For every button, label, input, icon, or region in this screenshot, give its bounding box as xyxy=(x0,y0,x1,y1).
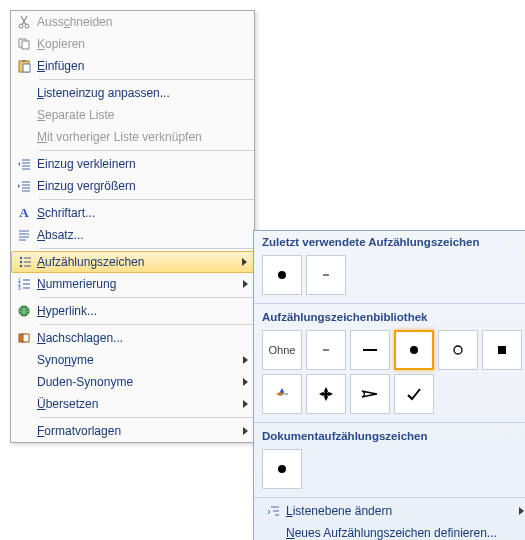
svg-rect-15 xyxy=(23,334,29,342)
paragraph-icon xyxy=(11,224,37,246)
menu-label: Formatvorlagen xyxy=(37,424,239,438)
menu-hyperlink[interactable]: Hyperlink... xyxy=(11,300,254,322)
blank-icon xyxy=(11,420,37,442)
menu-label: Einzug verkleinern xyxy=(37,157,248,171)
menu-label: Ausschneiden xyxy=(37,15,248,29)
menu-bullets[interactable]: Aufzählungszeichen xyxy=(11,251,254,273)
menu-paste[interactable]: Einfügen xyxy=(11,55,254,77)
submenu-arrow-icon xyxy=(243,356,248,364)
svg-point-21 xyxy=(454,346,462,354)
svg-rect-3 xyxy=(22,41,29,49)
svg-point-9 xyxy=(19,265,21,267)
menu-adjust-indent[interactable]: Listeneinzug anpassen... xyxy=(11,82,254,104)
menu-label: Übersetzen xyxy=(37,397,239,411)
menu-separator xyxy=(39,150,254,151)
submenu-separator xyxy=(254,303,525,304)
svg-point-16 xyxy=(278,271,286,279)
menu-label: Einfügen xyxy=(37,59,248,73)
submenu-arrow-icon xyxy=(519,507,524,515)
menu-label: Listenebene ändern xyxy=(286,504,519,518)
svg-point-1 xyxy=(25,24,29,28)
svg-point-20 xyxy=(410,346,418,354)
submenu-arrow-icon xyxy=(242,258,247,266)
svg-rect-18 xyxy=(323,350,329,351)
menu-label: Aufzählungszeichen xyxy=(37,255,238,269)
svg-point-7 xyxy=(19,257,21,259)
menu-label: Listeneinzug anpassen... xyxy=(37,86,248,100)
menu-copy[interactable]: Kopieren xyxy=(11,33,254,55)
svg-rect-6 xyxy=(23,64,30,72)
blank-icon xyxy=(11,82,37,104)
menu-increase-indent[interactable]: Einzug vergrößern xyxy=(11,175,254,197)
increase-indent-icon xyxy=(11,175,37,197)
menu-label: Neues Aufzählungszeichen definieren... xyxy=(286,526,524,540)
bullet-swatch-dash-long[interactable] xyxy=(350,330,390,370)
menu-label: Absatz... xyxy=(37,228,248,242)
menu-separator xyxy=(39,417,254,418)
change-list-level[interactable]: Listenebene ändern xyxy=(254,500,525,522)
svg-rect-17 xyxy=(323,275,329,276)
recent-bullets-row xyxy=(254,251,525,301)
copy-icon xyxy=(11,33,37,55)
menu-label: Synonyme xyxy=(37,353,239,367)
menu-cut[interactable]: Ausschneiden xyxy=(11,11,254,33)
bullet-swatch-4diamond[interactable] xyxy=(306,374,346,414)
bullet-swatch-check[interactable] xyxy=(394,374,434,414)
svg-text:3: 3 xyxy=(18,285,21,291)
font-icon: A xyxy=(11,202,37,224)
svg-rect-19 xyxy=(363,349,377,351)
blank-icon xyxy=(11,393,37,415)
bullets-icon xyxy=(12,251,37,273)
menu-duden[interactable]: Duden-Synonyme xyxy=(11,371,254,393)
menu-separator xyxy=(39,79,254,80)
context-menu: Ausschneiden Kopieren Einfügen Listenein… xyxy=(10,10,255,443)
menu-separator xyxy=(39,199,254,200)
menu-paragraph[interactable]: Absatz... xyxy=(11,224,254,246)
menu-label: Nummerierung xyxy=(37,277,239,291)
menu-font[interactable]: A Schriftart... xyxy=(11,202,254,224)
svg-point-23 xyxy=(278,465,286,473)
svg-rect-22 xyxy=(498,346,506,354)
menu-styles[interactable]: Formatvorlagen xyxy=(11,420,254,442)
library-header: Aufzählungszeichenbibliothek xyxy=(254,306,525,326)
define-new-bullet[interactable]: Neues Aufzählungszeichen definieren... xyxy=(254,522,525,540)
blank-icon xyxy=(11,349,37,371)
document-bullets-header: Dokumentaufzählungszeichen xyxy=(254,425,525,445)
menu-lookup[interactable]: Nachschlagen... xyxy=(11,327,254,349)
bullet-swatch-square[interactable] xyxy=(482,330,522,370)
menu-link-prev[interactable]: Mit vorheriger Liste verknüpfen xyxy=(11,126,254,148)
submenu-arrow-icon xyxy=(243,400,248,408)
bullet-swatch-dash[interactable] xyxy=(306,255,346,295)
document-bullets-row xyxy=(254,445,525,495)
svg-rect-5 xyxy=(22,60,26,62)
svg-point-0 xyxy=(19,24,23,28)
submenu-arrow-icon xyxy=(243,280,248,288)
bullet-swatch-dash-small[interactable] xyxy=(306,330,346,370)
menu-label: Separate Liste xyxy=(37,108,248,122)
menu-separator xyxy=(39,248,254,249)
bullet-swatch-arrow[interactable] xyxy=(350,374,390,414)
bullets-submenu: Zuletzt verwendete Aufzählungszeichen Au… xyxy=(253,230,525,540)
menu-translate[interactable]: Übersetzen xyxy=(11,393,254,415)
submenu-arrow-icon xyxy=(243,378,248,386)
bullet-swatch-disc[interactable] xyxy=(262,255,302,295)
bullet-swatch-disc-selected[interactable] xyxy=(394,330,434,370)
bullet-swatch-circle[interactable] xyxy=(438,330,478,370)
menu-separator xyxy=(39,324,254,325)
bullet-swatch-disc-doc[interactable] xyxy=(262,449,302,489)
bullet-swatch-none[interactable]: Ohne xyxy=(262,330,302,370)
menu-numbering[interactable]: 123 Nummerierung xyxy=(11,273,254,295)
bullet-swatch-4diamond-color[interactable] xyxy=(262,374,302,414)
submenu-separator xyxy=(254,497,525,498)
menu-label: Mit vorheriger Liste verknüpfen xyxy=(37,130,248,144)
menu-label: Kopieren xyxy=(37,37,248,51)
svg-point-8 xyxy=(19,261,21,263)
blank-icon xyxy=(11,126,37,148)
menu-synonyms[interactable]: Synonyme xyxy=(11,349,254,371)
menu-label: Nachschlagen... xyxy=(37,331,248,345)
menu-decrease-indent[interactable]: Einzug verkleinern xyxy=(11,153,254,175)
lookup-icon xyxy=(11,327,37,349)
menu-separator xyxy=(39,297,254,298)
cut-icon xyxy=(11,11,37,33)
menu-separate-list[interactable]: Separate Liste xyxy=(11,104,254,126)
